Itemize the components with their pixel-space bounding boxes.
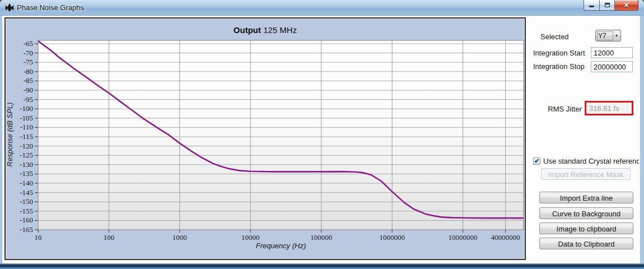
selected-dropdown[interactable]: Y7 ▼ (595, 30, 621, 41)
svg-text:-80: -80 (24, 67, 33, 76)
chart-title: Output 125 MHz (6, 25, 525, 35)
title-bar[interactable]: Phase Noise Graphs ✕ (0, 0, 644, 16)
minimize-button[interactable] (584, 0, 600, 11)
data-to-clipboard-button[interactable]: Data to Clipboard (539, 238, 633, 249)
close-icon: ✕ (624, 2, 629, 9)
svg-text:1000000: 1000000 (379, 233, 405, 242)
svg-text:-165: -165 (20, 225, 33, 234)
crystal-reference-row: ✔ Use standard Crystal reference (533, 156, 639, 165)
svg-text:-110: -110 (20, 123, 33, 131)
window-controls: ✕ (584, 0, 638, 11)
integration-stop-label: Integration Stop (533, 63, 591, 73)
crystal-reference-checkbox[interactable]: ✔ (533, 157, 540, 165)
maximize-button[interactable] (600, 0, 615, 11)
svg-text:-85: -85 (24, 76, 33, 85)
selected-dropdown-value: Y7 (598, 32, 613, 40)
close-button[interactable]: ✕ (615, 0, 638, 11)
svg-text:-115: -115 (20, 132, 33, 141)
svg-text:-105: -105 (20, 114, 33, 122)
rms-jitter-label: RMS Jitter (526, 105, 582, 113)
y-axis-title: Response (dB SPL) (6, 103, 14, 167)
integration-start-label: Integration Start (533, 49, 591, 60)
svg-text:-145: -145 (20, 188, 33, 197)
svg-text:10: 10 (35, 233, 42, 242)
chart-plot-area: -65-70-75-80-85-90-95-100-105-110-115-12… (6, 18, 525, 259)
svg-text:-70: -70 (24, 49, 33, 57)
import-reference-mask-button: Import Reference Mask (541, 168, 631, 180)
x-axis-title: Frequency (Hz) (256, 242, 306, 250)
svg-text:-130: -130 (20, 160, 33, 169)
maximize-icon (605, 3, 610, 7)
integration-stop-input[interactable] (591, 61, 633, 72)
svg-text:-160: -160 (20, 216, 33, 224)
minimize-icon (589, 6, 594, 7)
svg-text:-140: -140 (20, 179, 33, 187)
integration-start-input[interactable] (591, 47, 633, 58)
plot-background (38, 40, 524, 230)
svg-text:1000: 1000 (172, 233, 187, 242)
selected-label: Selected (540, 33, 569, 41)
app-icon (4, 3, 15, 13)
svg-text:40000000: 40000000 (491, 233, 520, 242)
svg-text:10000: 10000 (241, 233, 260, 242)
app-window: Phase Noise Graphs ✕ -65-70-75-80-85-90-… (0, 0, 644, 269)
svg-text:-100: -100 (20, 104, 33, 113)
svg-text:100000: 100000 (310, 233, 332, 242)
svg-text:10000000: 10000000 (449, 233, 478, 242)
image-to-clipboard-button[interactable]: Image to clipboard (539, 222, 633, 234)
svg-text:-120: -120 (20, 142, 33, 150)
svg-text:-155: -155 (20, 207, 33, 215)
curve-to-background-button[interactable]: Curve to Background (539, 207, 633, 219)
crystal-reference-label: Use standard Crystal reference (543, 157, 639, 165)
svg-text:-65: -65 (24, 39, 33, 48)
svg-text:-135: -135 (20, 169, 33, 178)
svg-text:-75: -75 (24, 58, 33, 66)
window-title: Phase Noise Graphs (17, 3, 84, 12)
phase-noise-chart: -65-70-75-80-85-90-95-100-105-110-115-12… (4, 17, 526, 260)
svg-text:100: 100 (104, 233, 115, 242)
chevron-down-icon: ▼ (613, 34, 620, 38)
rms-jitter-value: 316.61 fs (589, 104, 619, 113)
svg-text:-125: -125 (20, 151, 33, 159)
rms-jitter-highlight-box: 316.61 fs (585, 101, 633, 115)
svg-text:-95: -95 (24, 95, 33, 104)
window-bottom-frame (0, 263, 644, 269)
svg-text:-150: -150 (20, 197, 33, 206)
chart-title-freq: 125 MHz (261, 25, 297, 35)
checkmark-icon: ✔ (534, 158, 539, 164)
import-extra-line-button[interactable]: Import Extra line (539, 192, 633, 203)
svg-text:-90: -90 (24, 86, 33, 94)
chart-title-output: Output (234, 25, 261, 35)
